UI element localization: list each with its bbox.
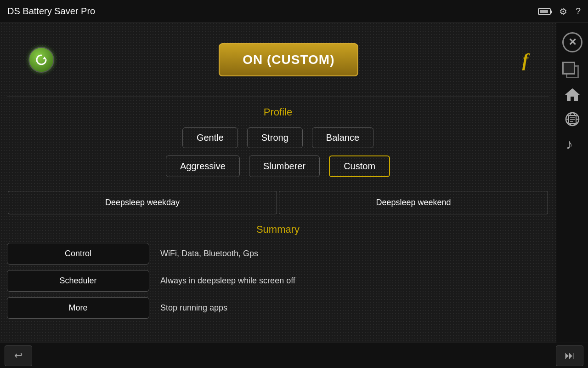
control-value: WiFi, Data, Bluetooth, Gps xyxy=(160,249,258,259)
skip-button[interactable]: ⏭ xyxy=(556,345,583,366)
home-icon[interactable] xyxy=(564,86,581,106)
profile-btn-custom[interactable]: Custom xyxy=(329,155,390,177)
on-custom-button[interactable]: ON (CUSTOM) xyxy=(219,43,358,76)
profile-btn-gentle[interactable]: Gentle xyxy=(182,127,238,148)
svg-marker-0 xyxy=(43,57,46,59)
right-sidebar: ✕ ♪ xyxy=(556,23,588,368)
facebook-icon[interactable]: f xyxy=(522,49,528,71)
scheduler-value: Always in deepsleep while screen off xyxy=(160,276,295,286)
more-value: Stop running apps xyxy=(160,303,227,313)
profile-buttons-row1: Gentle Strong Balance xyxy=(182,127,373,148)
control-button[interactable]: Control xyxy=(7,243,149,264)
battery-saver-icon-wrap xyxy=(28,46,55,74)
profile-btn-aggressive[interactable]: Aggressive xyxy=(166,155,240,177)
title-bar: DS Battery Saver Pro ⚙ ? xyxy=(0,0,588,23)
profile-buttons-row2: Aggressive Slumberer Custom xyxy=(166,155,390,177)
music-icon[interactable]: ♪ xyxy=(564,135,581,155)
close-icon[interactable]: ✕ xyxy=(562,32,582,52)
back-button[interactable]: ↩ xyxy=(5,345,32,366)
globe-icon[interactable] xyxy=(564,111,581,131)
title-icons: ⚙ ? xyxy=(538,6,581,17)
summary-row-control: Control WiFi, Data, Bluetooth, Gps xyxy=(7,243,549,264)
header-area: ON (CUSTOM) f xyxy=(0,23,556,97)
deepsleep-tabs: Deepsleep weekday Deepsleep weekend xyxy=(7,191,549,214)
refresh-icon xyxy=(34,53,48,67)
battery-icon xyxy=(538,8,551,15)
summary-section: Summary Control WiFi, Data, Bluetooth, G… xyxy=(7,224,549,324)
svg-marker-1 xyxy=(565,88,580,101)
profile-label: Profile xyxy=(264,106,292,118)
profile-section: Profile Gentle Strong Balance Aggressive… xyxy=(7,97,549,186)
profile-btn-balance[interactable]: Balance xyxy=(312,127,373,148)
bottom-bar: ↩ ⏭ xyxy=(0,343,588,368)
summary-row-more: More Stop running apps xyxy=(7,297,549,319)
scheduler-button[interactable]: Scheduler xyxy=(7,270,149,292)
deepsleep-weekday-tab[interactable]: Deepsleep weekday xyxy=(8,191,277,214)
svg-text:♪: ♪ xyxy=(566,137,573,152)
profile-btn-strong[interactable]: Strong xyxy=(247,127,303,148)
skip-icon: ⏭ xyxy=(565,350,575,362)
battery-saver-icon[interactable] xyxy=(28,47,54,73)
help-icon[interactable]: ? xyxy=(576,6,581,17)
copy-icon[interactable] xyxy=(562,62,582,82)
summary-label: Summary xyxy=(7,224,549,236)
summary-row-scheduler: Scheduler Always in deepsleep while scre… xyxy=(7,270,549,292)
settings-icon[interactable]: ⚙ xyxy=(559,6,567,17)
main-content: ON (CUSTOM) f Profile Gentle Strong Bala… xyxy=(0,23,556,368)
more-button[interactable]: More xyxy=(7,297,149,319)
deepsleep-weekend-tab[interactable]: Deepsleep weekend xyxy=(279,191,548,214)
app-title: DS Battery Saver Pro xyxy=(7,6,95,17)
profile-btn-slumberer[interactable]: Slumberer xyxy=(249,155,320,177)
back-icon: ↩ xyxy=(14,350,23,362)
